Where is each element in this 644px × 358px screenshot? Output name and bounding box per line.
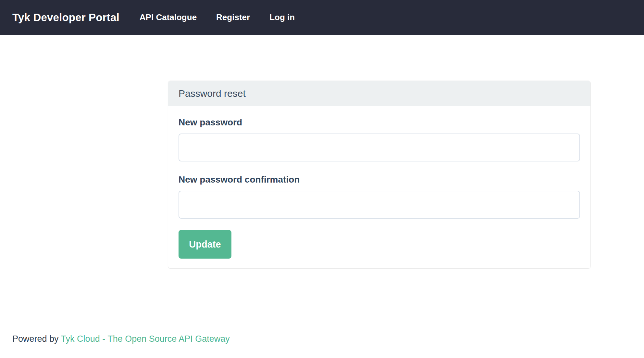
new-password-input[interactable] bbox=[179, 134, 580, 161]
nav-link-api-catalogue[interactable]: API Catalogue bbox=[130, 12, 206, 22]
page: Tyk Developer Portal API Catalogue Regis… bbox=[0, 0, 644, 358]
new-password-field-group: New password bbox=[179, 117, 580, 161]
footer: Powered by Tyk Cloud - The Open Source A… bbox=[12, 334, 230, 344]
top-navbar: Tyk Developer Portal API Catalogue Regis… bbox=[0, 0, 644, 35]
navbar-brand[interactable]: Tyk Developer Portal bbox=[12, 11, 119, 24]
password-reset-card: Password reset New password New password… bbox=[168, 81, 591, 269]
new-password-confirmation-label: New password confirmation bbox=[179, 174, 580, 185]
update-button[interactable]: Update bbox=[179, 230, 231, 259]
new-password-label: New password bbox=[179, 117, 580, 128]
new-password-confirmation-field-group: New password confirmation bbox=[179, 174, 580, 219]
card-title: Password reset bbox=[179, 88, 246, 99]
tyk-cloud-link[interactable]: Tyk Cloud - The Open Source API Gateway bbox=[61, 334, 230, 344]
nav-link-log-in[interactable]: Log in bbox=[260, 12, 304, 22]
card-body: New password New password confirmation U… bbox=[168, 106, 590, 268]
powered-by-text: Powered by bbox=[12, 334, 61, 344]
card-header: Password reset bbox=[168, 81, 590, 106]
new-password-confirmation-input[interactable] bbox=[179, 191, 580, 219]
nav-link-register[interactable]: Register bbox=[206, 12, 260, 22]
